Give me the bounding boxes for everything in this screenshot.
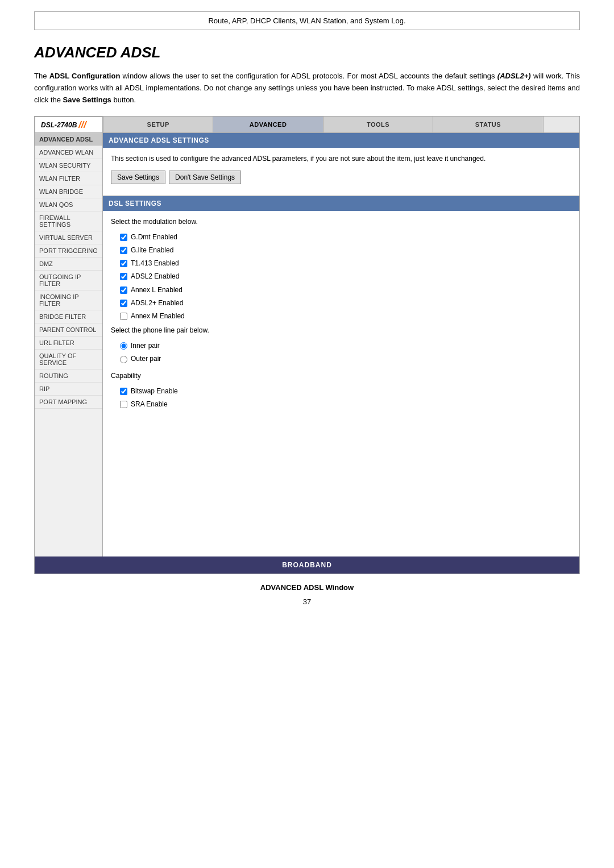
content-area: ADVANCED ADSL SETTINGS This section is u… — [103, 133, 579, 556]
dsl-settings-section: DSL SETTINGS Select the modulation below… — [103, 196, 579, 420]
checkbox-glite-input[interactable] — [120, 247, 127, 254]
checkbox-glite-label: G.lite Enabled — [131, 245, 173, 256]
checkbox-bitswap[interactable]: Bitswap Enable — [120, 386, 571, 397]
adsl-description: This section is used to configure the ad… — [111, 153, 571, 164]
radio-outer-pair-input[interactable] — [120, 356, 127, 363]
sidebar-item-advanced-wlan[interactable]: ADVANCED WLAN — [35, 146, 102, 159]
sidebar-item-quality-of-service[interactable]: QUALITY OF SERVICE — [35, 350, 102, 369]
radio-outer-pair-label: Outer pair — [131, 354, 161, 364]
sidebar-spacer — [35, 409, 102, 556]
checkbox-annexl-label: Annex L Enabled — [131, 285, 182, 296]
checkbox-gdmt-label: G.Dmt Enabled — [131, 232, 177, 243]
checkbox-annexm[interactable]: Annex M Enabled — [120, 311, 571, 322]
checkbox-t1413[interactable]: T1.413 Enabled — [120, 258, 571, 269]
checkbox-adsl2plus[interactable]: ADSL2+ Enabled — [120, 298, 571, 309]
sidebar: ADVANCED ADSL ADVANCED WLAN WLAN SECURIT… — [35, 133, 103, 556]
dont-save-settings-button[interactable]: Don't Save Settings — [169, 171, 241, 184]
sidebar-item-outgoing-ip-filter[interactable]: OUTGOING IP FILTER — [35, 271, 102, 290]
checkbox-annexl-input[interactable] — [120, 286, 127, 294]
router-footer: BROADBAND — [35, 556, 579, 574]
sidebar-item-wlan-filter[interactable]: WLAN FILTER — [35, 172, 102, 185]
phone-line-radios: Inner pair Outer pair — [120, 340, 571, 364]
sidebar-item-routing[interactable]: ROUTING — [35, 369, 102, 383]
radio-inner-pair-label: Inner pair — [131, 340, 160, 351]
radio-inner-pair[interactable]: Inner pair — [120, 340, 571, 351]
top-banner: Route, ARP, DHCP Clients, WLAN Station, … — [34, 11, 580, 30]
brand-slashes: /// — [78, 120, 86, 130]
sidebar-item-port-mapping[interactable]: PORT MAPPING — [35, 396, 102, 409]
radio-inner-pair-input[interactable] — [120, 342, 127, 350]
capability-label: Capability — [111, 371, 571, 381]
checkbox-bitswap-input[interactable] — [120, 388, 127, 395]
sidebar-item-advanced-adsl[interactable]: ADVANCED ADSL — [35, 133, 102, 146]
dsl-settings-header: DSL SETTINGS — [103, 196, 579, 211]
phone-line-label: Select the phone line pair below. — [111, 325, 571, 336]
modulation-checkboxes: G.Dmt Enabled G.lite Enabled T1.413 Enab… — [120, 232, 571, 322]
nav-tab-setup[interactable]: SETUP — [103, 117, 213, 132]
checkbox-adsl2-input[interactable] — [120, 273, 127, 280]
sidebar-item-wlan-security[interactable]: WLAN SECURITY — [35, 159, 102, 172]
nav-tab-status[interactable]: STATUS — [433, 117, 542, 132]
nav-tabs: SETUP ADVANCED TOOLS STATUS — [103, 117, 579, 132]
capability-section: Capability Bitswap Enable SRA Enable — [111, 371, 571, 410]
sidebar-item-wlan-qos[interactable]: WLAN QOS — [35, 198, 102, 211]
checkbox-t1413-input[interactable] — [120, 260, 127, 267]
sidebar-item-rip[interactable]: RIP — [35, 383, 102, 396]
checkbox-annexm-label: Annex M Enabled — [131, 311, 185, 322]
checkbox-t1413-label: T1.413 Enabled — [131, 258, 179, 269]
checkbox-adsl2-label: ADSL2 Enabled — [131, 271, 179, 282]
sidebar-item-firewall-settings[interactable]: FIREWALL SETTINGS — [35, 211, 102, 231]
modulation-label: Select the modulation below. — [111, 217, 571, 227]
checkbox-adsl2plus-input[interactable] — [120, 300, 127, 307]
router-frame: DSL-2740B /// SETUP ADVANCED TOOLS STATU… — [34, 116, 580, 574]
dsl-settings-body: Select the modulation below. G.Dmt Enabl… — [103, 211, 579, 420]
checkbox-sra-label: SRA Enable — [131, 399, 168, 410]
sidebar-item-virtual-server[interactable]: VIRTUAL SERVER — [35, 231, 102, 244]
checkbox-glite[interactable]: G.lite Enabled — [120, 245, 571, 256]
adsl-settings-body: This section is used to configure the ad… — [103, 148, 579, 195]
adsl-button-row: Save Settings Don't Save Settings — [111, 171, 571, 184]
capability-checkboxes: Bitswap Enable SRA Enable — [120, 386, 571, 410]
adsl-settings-header: ADVANCED ADSL SETTINGS — [103, 133, 579, 148]
radio-outer-pair[interactable]: Outer pair — [120, 354, 571, 364]
sidebar-item-wlan-bridge[interactable]: WLAN BRIDGE — [35, 185, 102, 198]
window-caption: ADVANCED ADSL Window — [34, 583, 580, 592]
checkbox-annexm-input[interactable] — [120, 313, 127, 320]
sidebar-item-url-filter[interactable]: URL FILTER — [35, 337, 102, 350]
page-number: 37 — [34, 597, 580, 606]
sidebar-item-dmz[interactable]: DMZ — [35, 258, 102, 271]
router-navbar: DSL-2740B /// SETUP ADVANCED TOOLS STATU… — [35, 117, 579, 133]
checkbox-bitswap-label: Bitswap Enable — [131, 386, 178, 397]
nav-tab-empty — [543, 117, 579, 132]
checkbox-gdmt[interactable]: G.Dmt Enabled — [120, 232, 571, 243]
router-brand: DSL-2740B /// — [35, 117, 103, 132]
sidebar-item-bridge-filter[interactable]: BRIDGE FILTER — [35, 310, 102, 323]
checkbox-adsl2[interactable]: ADSL2 Enabled — [120, 271, 571, 282]
sidebar-item-port-triggering[interactable]: PORT TRIGGERING — [35, 244, 102, 258]
checkbox-adsl2plus-label: ADSL2+ Enabled — [131, 298, 183, 309]
footer-text: BROADBAND — [282, 561, 332, 569]
nav-tab-tools[interactable]: TOOLS — [323, 117, 433, 132]
brand-text: DSL-2740B — [41, 121, 77, 129]
checkbox-sra[interactable]: SRA Enable — [120, 399, 571, 410]
save-settings-button[interactable]: Save Settings — [111, 171, 165, 184]
page-title: ADVANCED ADSL — [34, 44, 580, 61]
checkbox-annexl[interactable]: Annex L Enabled — [120, 285, 571, 296]
sidebar-item-parent-control[interactable]: PARENT CONTROL — [35, 323, 102, 337]
router-body: ADVANCED ADSL ADVANCED WLAN WLAN SECURIT… — [35, 133, 579, 556]
sidebar-item-incoming-ip-filter[interactable]: INCOMING IP FILTER — [35, 290, 102, 310]
page-description: The ADSL Configuration window allows the… — [34, 70, 580, 106]
checkbox-sra-input[interactable] — [120, 401, 127, 408]
checkbox-gdmt-input[interactable] — [120, 234, 127, 241]
banner-text: Route, ARP, DHCP Clients, WLAN Station, … — [208, 16, 405, 25]
nav-tab-advanced[interactable]: ADVANCED — [213, 117, 322, 132]
